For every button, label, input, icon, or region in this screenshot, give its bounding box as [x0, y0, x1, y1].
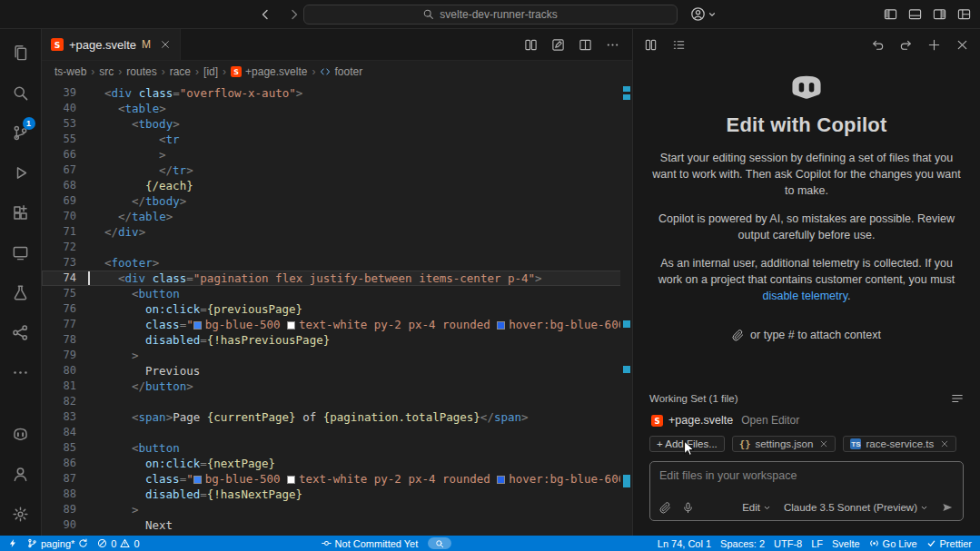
model-dropdown[interactable]: Claude 3.5 Sonnet (Preview) — [784, 502, 928, 513]
chat-input-box[interactable]: Edit files in your workspace Edit Claude… — [649, 461, 964, 521]
code-line[interactable]: 66> — [42, 147, 632, 162]
suggested-file-chip[interactable]: {}settings.json — [732, 436, 836, 452]
code-line[interactable]: 85<button — [42, 440, 632, 456]
code-line[interactable]: 39<div class="overflow-x-auto"> — [42, 85, 632, 101]
code-line[interactable]: 80Previous — [42, 363, 632, 379]
view-changes-icon[interactable] — [644, 38, 658, 52]
copilot-edit-icon[interactable] — [551, 38, 565, 52]
customize-layout-icon[interactable] — [957, 7, 971, 21]
code-line[interactable]: 88disabled={!hasNextPage} — [42, 487, 632, 502]
breadcrumb-item[interactable]: routes — [126, 65, 156, 78]
suggested-file-chip[interactable]: TSrace-service.ts — [843, 436, 956, 452]
code-editor[interactable]: 39<div class="overflow-x-auto">40<table>… — [42, 83, 632, 536]
line-number[interactable]: 71 — [42, 224, 87, 240]
more-icon[interactable] — [0, 352, 42, 392]
undo-icon[interactable] — [871, 38, 885, 52]
code-line[interactable]: 89> — [42, 502, 632, 517]
line-number[interactable]: 66 — [42, 147, 87, 162]
go-live-button[interactable]: Go Live — [865, 536, 922, 551]
code-line[interactable]: 71</div> — [42, 224, 632, 240]
line-number[interactable]: 81 — [42, 379, 87, 394]
breadcrumb-item[interactable]: S+page.svelte — [231, 65, 307, 78]
line-number[interactable]: 53 — [42, 116, 87, 132]
toggle-primary-sidebar-icon[interactable] — [884, 7, 897, 21]
toggle-secondary-sidebar-icon[interactable] — [933, 7, 946, 21]
line-number[interactable]: 83 — [42, 409, 87, 425]
code-line[interactable]: 40<table> — [42, 101, 632, 116]
line-number[interactable]: 72 — [42, 240, 87, 255]
explorer-icon[interactable] — [0, 33, 42, 73]
code-line[interactable]: 82 — [42, 394, 632, 409]
code-line[interactable]: 72 — [42, 240, 632, 255]
branch-status[interactable]: paging* — [23, 536, 93, 551]
code-line[interactable]: 75<button — [42, 286, 632, 301]
code-line[interactable]: 90Next — [42, 517, 632, 533]
line-number[interactable]: 82 — [42, 394, 87, 409]
remove-file-icon[interactable] — [819, 439, 828, 448]
organization-icon[interactable] — [0, 312, 42, 352]
line-number[interactable]: 88 — [42, 487, 87, 502]
redo-icon[interactable] — [899, 38, 913, 52]
line-number[interactable]: 79 — [42, 348, 87, 363]
profile-dropdown[interactable] — [690, 6, 717, 22]
encoding-status[interactable]: UTF-8 — [769, 536, 807, 551]
code-line[interactable]: 87class="bg-blue-500 text-white py-2 px-… — [42, 471, 632, 487]
line-number[interactable]: 74 — [42, 271, 87, 286]
working-set-actions-icon[interactable] — [951, 392, 964, 405]
back-icon[interactable] — [258, 7, 272, 22]
edit-checklist-icon[interactable] — [672, 38, 686, 52]
line-number[interactable]: 67 — [42, 162, 87, 178]
line-number[interactable]: 87 — [42, 471, 87, 487]
add-files-button[interactable]: + Add Files... — [649, 436, 725, 452]
working-set-file-row[interactable]: S +page.svelte Open Editor — [649, 409, 964, 431]
code-line[interactable]: 76on:click={previousPage} — [42, 301, 632, 317]
toggle-panel-icon[interactable] — [908, 7, 922, 21]
more-actions-icon[interactable] — [606, 38, 619, 52]
breadcrumb-item[interactable]: race — [170, 65, 191, 78]
mode-dropdown[interactable]: Edit — [742, 502, 771, 513]
cursor-position[interactable]: Ln 74, Col 1 — [653, 536, 716, 551]
problems-status[interactable]: 0 0 — [93, 536, 144, 551]
line-number[interactable]: 73 — [42, 255, 87, 271]
send-icon[interactable] — [941, 501, 954, 514]
code-line[interactable]: 55<tr — [42, 132, 632, 147]
settings-icon[interactable] — [0, 494, 42, 534]
line-number[interactable]: 80 — [42, 363, 87, 379]
search-icon[interactable] — [0, 73, 42, 113]
breadcrumb-item[interactable]: ts-web — [54, 65, 86, 78]
remote-explorer-icon[interactable] — [0, 232, 42, 272]
source-control-icon[interactable]: 1 — [0, 113, 42, 153]
line-number[interactable]: 85 — [42, 440, 87, 456]
code-line[interactable]: 69</tbody> — [42, 193, 632, 209]
line-number[interactable]: 39 — [42, 85, 87, 101]
line-number[interactable]: 55 — [42, 132, 87, 147]
breadcrumb-item[interactable]: footer — [320, 65, 362, 78]
extensions-icon[interactable] — [0, 192, 42, 232]
code-line[interactable]: 67</tr> — [42, 162, 632, 178]
code-line[interactable]: 74<div class="pagination flex justify-be… — [42, 271, 632, 286]
command-center-search[interactable]: svelte-dev-runner-tracks — [303, 5, 678, 25]
code-line[interactable]: 53<tbody> — [42, 116, 632, 132]
testing-icon[interactable] — [0, 272, 42, 312]
line-number[interactable]: 76 — [42, 301, 87, 317]
remove-file-icon[interactable] — [940, 439, 949, 448]
open-changes-icon[interactable] — [524, 38, 538, 52]
attach-file-icon[interactable] — [659, 502, 671, 514]
code-line[interactable]: 73<footer> — [42, 255, 632, 271]
copilot-icon[interactable] — [0, 414, 42, 454]
overview-ruler[interactable] — [620, 83, 632, 536]
language-mode[interactable]: Svelte — [827, 536, 865, 551]
indentation-status[interactable]: Spaces: 2 — [716, 536, 769, 551]
breadcrumb-item[interactable]: src — [99, 65, 114, 78]
code-line[interactable]: 83<span>Page {currentPage} of {paginatio… — [42, 409, 632, 425]
disable-telemetry-link[interactable]: disable telemetry — [762, 290, 847, 302]
forward-icon[interactable] — [287, 7, 302, 22]
search-status-pill[interactable] — [428, 537, 451, 549]
split-editor-icon[interactable] — [579, 38, 592, 52]
eol-status[interactable]: LF — [807, 536, 827, 551]
line-number[interactable]: 78 — [42, 332, 87, 348]
close-panel-icon[interactable] — [955, 38, 969, 52]
line-number[interactable]: 70 — [42, 209, 87, 224]
code-line[interactable]: 78disabled={!hasPreviousPage} — [42, 332, 632, 348]
commit-status[interactable]: Not Committed Yet — [317, 536, 423, 551]
